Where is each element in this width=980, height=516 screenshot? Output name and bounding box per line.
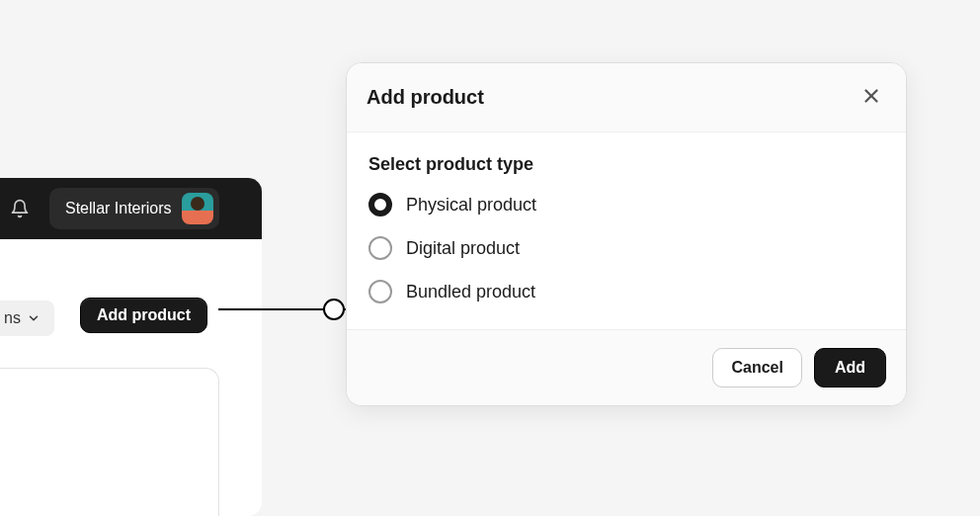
modal-body: Select product type Physical product Dig… (347, 132, 906, 329)
cancel-button[interactable]: Cancel (712, 348, 801, 387)
product-type-radio-group: Physical product Digital product Bundled… (368, 193, 884, 303)
close-icon (860, 85, 882, 110)
connector-endpoint (323, 299, 345, 320)
radio-indicator (368, 236, 392, 260)
add-product-modal: Add product Select product type Physical… (346, 62, 907, 406)
content-card (0, 368, 219, 516)
radio-bundled-product[interactable]: Bundled product (368, 280, 884, 303)
background-app: Stellar Interiors ns Add product (0, 178, 262, 516)
modal-footer: Cancel Add (347, 329, 906, 405)
modal-header: Add product (347, 63, 906, 132)
close-button[interactable] (857, 81, 886, 114)
actions-dropdown-partial[interactable]: ns (0, 301, 54, 336)
radio-indicator (368, 280, 392, 303)
add-product-button[interactable]: Add product (80, 298, 207, 333)
radio-digital-product[interactable]: Digital product (368, 236, 884, 260)
brand-name: Stellar Interiors (65, 200, 172, 217)
radio-label: Digital product (406, 238, 520, 259)
app-topbar: Stellar Interiors (0, 178, 262, 239)
notifications-icon[interactable] (0, 178, 40, 239)
modal-title: Add product (367, 86, 484, 109)
app-body: ns Add product (0, 239, 262, 516)
brand-chip[interactable]: Stellar Interiors (49, 188, 219, 229)
chevron-down-icon (27, 311, 41, 325)
section-label: Select product type (368, 154, 884, 175)
radio-label: Physical product (406, 195, 536, 215)
add-button[interactable]: Add (814, 348, 886, 387)
radio-physical-product[interactable]: Physical product (368, 193, 884, 216)
dropdown-text-fragment: ns (4, 309, 21, 327)
radio-indicator (368, 193, 392, 216)
radio-label: Bundled product (406, 282, 535, 302)
avatar (182, 193, 213, 224)
